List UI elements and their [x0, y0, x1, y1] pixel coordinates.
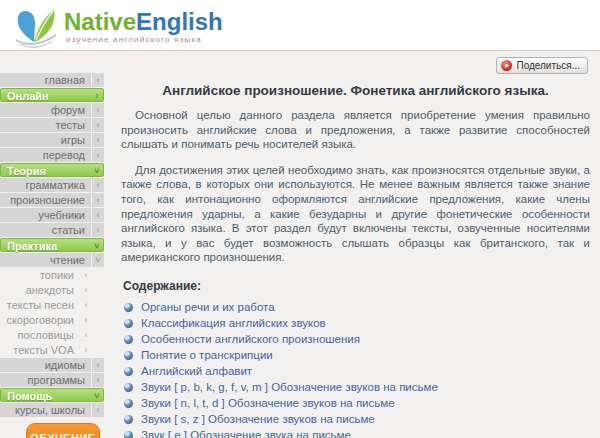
bullet-sphere-icon	[124, 367, 133, 376]
toc-link: Классификация английских звуков	[141, 318, 326, 330]
chevron-down-icon: ˅	[92, 253, 104, 267]
sidebar-item-glavnaya[interactable]: главная‹	[0, 73, 104, 87]
toc-item[interactable]: Классификация английских звуков	[121, 318, 590, 330]
page-body: ➤ Поделиться... главная‹ Онлайн› форум‹ …	[0, 51, 600, 438]
bullet-sphere-icon	[124, 351, 133, 360]
bullet-sphere-icon	[124, 303, 133, 312]
chevron-left-icon: ‹	[80, 328, 92, 342]
toc-item[interactable]: Звуки [ s, z ] Обозначение звуков на пис…	[121, 414, 590, 426]
share-button[interactable]: ➤ Поделиться...	[496, 57, 588, 74]
sidebar-nav: главная‹ Онлайн› форум‹ тесты‹ игры‹ пер…	[0, 73, 104, 418]
sidebar-item-teksty-pesen[interactable]: тексты песен‹	[0, 298, 92, 312]
sidebar-item-testy[interactable]: тесты‹	[0, 118, 104, 132]
sidebar-item-programmy[interactable]: программы‹	[0, 373, 104, 387]
chevron-left-icon: ‹	[92, 373, 104, 387]
chevron-left-icon: ‹	[92, 403, 104, 417]
toc-item[interactable]: Понятие о транскрипции	[121, 350, 590, 362]
sidebar-item-perevod[interactable]: перевод‹	[0, 148, 104, 162]
chevron-left-icon: ‹	[80, 268, 92, 282]
sidebar-item-label: идиомы	[0, 358, 91, 372]
toc-link: Звуки [ n, l, t, d ] Обозначение звуков …	[141, 398, 395, 410]
sidebar-item-label: грамматика	[0, 178, 91, 192]
chevron-left-icon: ‹	[92, 118, 104, 132]
chevron-down-icon: ˅	[91, 164, 103, 176]
sidebar-item-forum[interactable]: форум‹	[0, 103, 104, 117]
chevron-left-icon: ‹	[80, 343, 92, 357]
bullet-sphere-icon	[124, 415, 133, 424]
intro-paragraph-1: Основной целью данного раздела является …	[121, 108, 590, 152]
page-title: Английское произношение. Фонетика англий…	[121, 83, 590, 98]
bullet-sphere-icon	[124, 431, 133, 438]
sidebar-item-label: Помощь	[1, 389, 91, 401]
chevron-down-icon: ˅	[91, 239, 103, 251]
chevron-left-icon: ‹	[92, 358, 104, 372]
sidebar-item-label: Онлайн	[1, 89, 91, 101]
logo-english-text: English	[136, 8, 223, 35]
sidebar-item-stati[interactable]: статьи‹	[0, 223, 104, 237]
sidebar-item-anekdoty[interactable]: анекдоты‹	[0, 283, 92, 297]
sidebar-item-uchebniki[interactable]: учебники‹	[0, 208, 104, 222]
toc-item[interactable]: Звуки [ p, b, k, g, f, v, m ] Обозначени…	[121, 382, 590, 394]
chevron-left-icon: ‹	[92, 103, 104, 117]
sidebar-item-label: перевод	[0, 148, 91, 162]
main-content: Английское произношение. Фонетика англий…	[121, 83, 590, 438]
toc-item[interactable]: Органы речи и их работа	[121, 302, 590, 314]
logo-native-text: Native	[64, 8, 136, 35]
sidebar-item-label: тексты песен	[0, 298, 80, 312]
sidebar-item-grammatika[interactable]: грамматика‹	[0, 178, 104, 192]
chevron-left-icon: ‹	[92, 208, 104, 222]
site-logo[interactable]: NativeEnglish изучение английского языка	[12, 4, 223, 48]
toc-link: Звук [ e ] Обозначение звука на письме	[141, 430, 351, 438]
toc-link: Органы речи и их работа	[141, 302, 275, 314]
sidebar-item-label: тексты VOA	[0, 343, 80, 357]
chevron-left-icon: ‹	[92, 193, 104, 207]
chevron-left-icon: ‹	[92, 178, 104, 192]
chevron-left-icon: ‹	[92, 73, 104, 87]
toc-item[interactable]: Особенности английского произношения	[121, 334, 590, 346]
sidebar-item-idiomy[interactable]: идиомы‹	[0, 358, 104, 372]
toc-item[interactable]: Звуки [ n, l, t, d ] Обозначение звуков …	[121, 398, 590, 410]
toc-link: Особенности английского произношения	[141, 334, 360, 346]
bullet-sphere-icon	[124, 335, 133, 344]
share-button-label: Поделиться...	[516, 60, 580, 71]
toc-link: Звуки [ s, z ] Обозначение звуков на пис…	[141, 414, 375, 426]
chevron-left-icon: ‹	[92, 133, 104, 147]
chevron-left-icon: ‹	[80, 283, 92, 297]
sidebar-item-chtenie[interactable]: чтение˅	[0, 253, 104, 267]
chevron-left-icon: ‹	[80, 298, 92, 312]
sidebar-item-igry[interactable]: игры‹	[0, 133, 104, 147]
sidebar-item-label: учебники	[0, 208, 91, 222]
sidebar-item-label: главная	[0, 73, 91, 87]
toc-item[interactable]: Английский алфавит	[121, 366, 590, 378]
logo-title: NativeEnglish	[64, 10, 223, 34]
sidebar-item-label: чтение	[0, 253, 91, 267]
sidebar-item-teoriya[interactable]: Теория˅	[0, 163, 104, 177]
sidebar-item-label: топики	[0, 268, 80, 282]
sidebar-item-label: анекдоты	[0, 283, 80, 297]
chevron-down-icon: ˅	[91, 389, 103, 401]
toc-heading: Содержание:	[123, 279, 590, 293]
sidebar-item-label: статьи	[0, 223, 91, 237]
sidebar-item-label: форум	[0, 103, 91, 117]
logo-heart-leaf-icon	[12, 4, 60, 48]
sidebar-item-poslovitsy[interactable]: пословицы‹	[0, 328, 92, 342]
toc-link: Звуки [ p, b, k, g, f, v, m ] Обозначени…	[141, 382, 438, 394]
sidebar-item-label: тесты	[0, 118, 91, 132]
toc-item[interactable]: Звук [ e ] Обозначение звука на письме	[121, 430, 590, 438]
sidebar-item-skorogovorki[interactable]: скороговорки‹	[0, 313, 92, 327]
sidebar-item-praktika[interactable]: Практика˅	[0, 238, 104, 252]
toc-link: Понятие о транскрипции	[141, 350, 273, 362]
logo-tagline: изучение английского языка	[64, 35, 223, 44]
sidebar-item-label: курсы, школы	[0, 403, 91, 417]
sidebar-item-label: программы	[0, 373, 91, 387]
sidebar-item-kursy-shkoly[interactable]: курсы, школы‹	[0, 403, 104, 417]
bullet-sphere-icon	[124, 319, 133, 328]
sidebar-item-teksty-voa[interactable]: тексты VOA‹	[0, 343, 92, 357]
sidebar-item-topiki[interactable]: топики‹	[0, 268, 92, 282]
sidebar-item-proiznoshenie[interactable]: произношение‹	[0, 193, 104, 207]
bullet-sphere-icon	[124, 399, 133, 408]
training-button[interactable]: ОБУЧЕНИЕ	[26, 423, 100, 438]
toc-link: Английский алфавит	[141, 366, 252, 378]
sidebar-item-online[interactable]: Онлайн›	[0, 88, 104, 102]
sidebar-item-pomoshch[interactable]: Помощь˅	[0, 388, 104, 402]
